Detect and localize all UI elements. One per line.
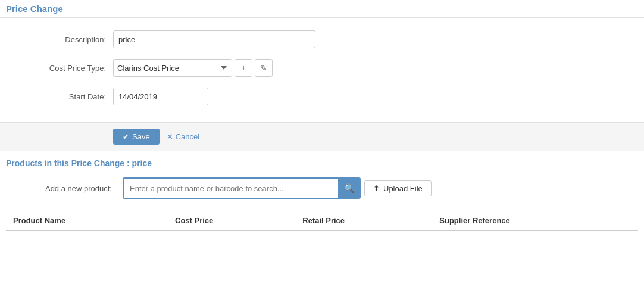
description-row: Description:	[0, 30, 644, 48]
cost-price-type-row: Cost Price Type: Clarins Cost Price + ✎	[0, 59, 644, 77]
products-table: Product NameCost PriceRetail PriceSuppli…	[6, 211, 638, 231]
description-label: Description:	[36, 35, 113, 44]
add-product-row: Add a new product: 🔍 ⬆ Upload File	[6, 177, 638, 199]
upload-file-button[interactable]: ⬆ Upload File	[364, 180, 432, 196]
table-col-header: Cost Price	[168, 211, 295, 231]
page-header: Price Change	[0, 0, 644, 18]
table-col-header: Retail Price	[295, 211, 432, 231]
product-search-button[interactable]: 🔍	[338, 179, 359, 198]
start-date-input[interactable]	[113, 88, 208, 105]
products-section-title: Products in this Price Change : price	[6, 158, 638, 168]
plus-icon: +	[241, 63, 246, 73]
upload-icon: ⬆	[373, 184, 380, 193]
start-date-label: Start Date:	[36, 92, 113, 101]
pencil-icon: ✎	[260, 63, 267, 73]
table-col-header: Product Name	[6, 211, 168, 231]
edit-cost-price-button[interactable]: ✎	[255, 59, 273, 77]
products-section: Products in this Price Change : price Ad…	[0, 151, 644, 231]
form-section: Description: Cost Price Type: Clarins Co…	[0, 18, 644, 122]
product-search-wrapper: 🔍	[123, 177, 361, 199]
table-col-header: Supplier Reference	[432, 211, 638, 231]
table-header: Product NameCost PriceRetail PriceSuppli…	[6, 211, 638, 231]
description-input[interactable]	[113, 30, 315, 48]
save-button[interactable]: ✔ Save	[113, 129, 160, 145]
add-cost-price-button[interactable]: +	[235, 59, 252, 77]
cost-price-type-select[interactable]: Clarins Cost Price	[113, 59, 232, 77]
cost-price-controls: Clarins Cost Price + ✎	[113, 59, 273, 77]
checkmark-icon: ✔	[123, 132, 129, 141]
cost-price-type-label: Cost Price Type:	[36, 64, 113, 73]
product-search-input[interactable]	[124, 179, 338, 198]
page-title: Price Change	[6, 4, 63, 14]
search-icon: 🔍	[344, 183, 354, 193]
action-bar: ✔ Save ✕ Cancel	[0, 122, 644, 151]
cancel-button[interactable]: ✕ Cancel	[167, 132, 199, 141]
start-date-row: Start Date:	[0, 88, 644, 105]
x-icon: ✕	[167, 132, 173, 141]
add-product-label: Add a new product:	[42, 184, 119, 193]
